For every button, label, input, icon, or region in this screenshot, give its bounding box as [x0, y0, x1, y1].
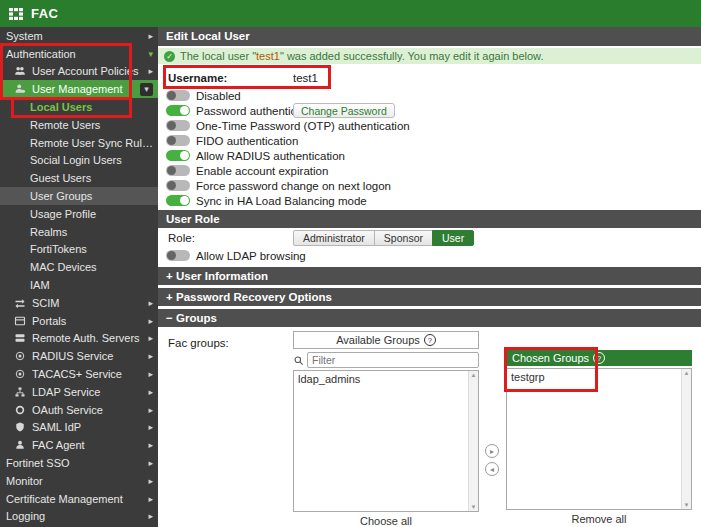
sidebar-item-user-groups[interactable]: User Groups: [0, 187, 158, 205]
toggle-enable-account-expiration[interactable]: [166, 165, 190, 176]
sidebar-item-radius-service[interactable]: RADIUS Service▸: [0, 347, 158, 365]
oauth-icon: [14, 404, 27, 416]
chevron-right-icon: ▸: [148, 316, 153, 326]
available-groups-list[interactable]: ldap_admins▲▼: [293, 370, 479, 512]
list-item[interactable]: ldap_admins: [294, 371, 478, 386]
sidebar-item-user-account-policies[interactable]: User Account Policies▸: [0, 63, 158, 81]
sidebar-item-fac-agent[interactable]: FAC Agent▸: [0, 436, 158, 454]
sidebar-item-guest-users[interactable]: Guest Users: [0, 169, 158, 187]
sidebar-item-realms[interactable]: Realms: [0, 223, 158, 241]
username-row: Username: test1: [158, 68, 701, 88]
sidebar-item-remote-auth-servers[interactable]: Remote Auth. Servers▸: [0, 330, 158, 348]
sidebar-item-label: LDAP Service: [32, 386, 148, 398]
sidebar-item-portals[interactable]: Portals▸: [0, 312, 158, 330]
sidebar-item-remote-user-sync-rules[interactable]: Remote User Sync Rules: [0, 134, 158, 152]
toggle-row-fido-authentication: FIDO authentication: [158, 133, 701, 148]
role-option-administrator[interactable]: Administrator: [293, 230, 375, 246]
exchange-icon: [14, 297, 27, 309]
toggle-disabled[interactable]: [166, 90, 190, 101]
move-right-button[interactable]: ▸: [485, 444, 499, 458]
sidebar-item-oauth-service[interactable]: OAuth Service▸: [0, 401, 158, 419]
sidebar-item-remote-users[interactable]: Remote Users: [0, 116, 158, 134]
chevron-right-icon: ▸: [148, 387, 153, 397]
chevron-right-icon: ▸: [148, 351, 153, 361]
scrollbar[interactable]: ▲▼: [468, 371, 478, 511]
toggle-row-force-password-change-on-next-logon: Force password change on next logon: [158, 178, 701, 193]
sidebar-item-iam[interactable]: IAM: [0, 276, 158, 294]
sidebar-item-logging[interactable]: Logging▸: [0, 508, 158, 526]
toggle-force-password-change-on-next-logon[interactable]: [166, 180, 190, 191]
ldap-toggle-holder: Allow LDAP browsing: [158, 248, 701, 263]
remove-all-link[interactable]: Remove all: [506, 513, 692, 525]
saml-icon: [14, 421, 27, 433]
sidebar-item-label: Social Login Users: [30, 154, 153, 166]
tacacs-icon: [14, 368, 27, 380]
sidebar-item-label: Monitor: [6, 475, 148, 487]
change-password-button[interactable]: Change Password: [293, 103, 395, 118]
toggle-fido-authentication[interactable]: [166, 135, 190, 146]
sidebar-item-saml-idp[interactable]: SAML IdP▸: [0, 419, 158, 437]
help-icon[interactable]: ?: [593, 352, 605, 364]
toggle-password-authentication[interactable]: [166, 105, 190, 116]
username-label: Username:: [168, 72, 293, 84]
move-left-button[interactable]: ◂: [485, 462, 499, 476]
sidebar-item-monitor[interactable]: Monitor▸: [0, 472, 158, 490]
toggle-allow-ldap-browsing[interactable]: [166, 250, 190, 261]
chosen-groups-panel: Chosen Groups ? testgrp▲▼ Remove all: [506, 350, 692, 525]
chevron-right-icon: ▸: [148, 422, 153, 432]
choose-all-link[interactable]: Choose all: [293, 515, 479, 527]
sidebar-item-ldap-service[interactable]: LDAP Service▸: [0, 383, 158, 401]
toggle-label: Sync in HA Load Balancing mode: [196, 195, 367, 207]
chevron-right-icon: ▸: [148, 31, 153, 41]
role-row: Role: AdministratorSponsorUser: [158, 228, 701, 248]
available-groups-header: Available Groups ?: [293, 331, 479, 349]
password-recovery-section-bar[interactable]: +Password Recovery Options: [158, 288, 701, 306]
sidebar-item-label: System: [6, 30, 148, 42]
toggle-allow-radius-authentication[interactable]: [166, 150, 190, 161]
filter-row: [293, 352, 479, 368]
sidebar-item-social-login-users[interactable]: Social Login Users: [0, 152, 158, 170]
sidebar-item-label: Remote Auth. Servers: [32, 332, 148, 344]
sidebar-item-certificate-management[interactable]: Certificate Management▸: [0, 490, 158, 508]
transfer-buttons: ▸ ◂: [485, 444, 499, 476]
help-icon[interactable]: ?: [424, 334, 436, 346]
window-icon: [14, 315, 27, 327]
sidebar-item-label: IAM: [30, 279, 153, 291]
sidebar-item-tacacs-service[interactable]: TACACS+ Service▸: [0, 365, 158, 383]
user-role-section-bar: User Role: [158, 210, 701, 228]
role-option-sponsor[interactable]: Sponsor: [374, 230, 433, 246]
main-content: Edit Local User ✓ The local user "test1"…: [158, 27, 701, 527]
groups-section-bar[interactable]: −Groups: [158, 309, 701, 327]
fac-groups-label: Fac groups:: [168, 337, 229, 349]
scrollbar[interactable]: ▲▼: [681, 369, 691, 509]
toggle-row-allow-ldap-browsing: Allow LDAP browsing: [158, 248, 701, 263]
toggle-one-time-password-otp-authentication[interactable]: [166, 120, 190, 131]
chevron-down-icon: ▾: [140, 83, 153, 96]
sidebar-item-authentication[interactable]: Authentication▾: [0, 45, 158, 63]
sidebar-item-fortinet-sso[interactable]: Fortinet SSO▸: [0, 454, 158, 472]
sidebar-item-local-users[interactable]: Local Users: [0, 98, 158, 116]
user-information-section-bar[interactable]: +User Information: [158, 267, 701, 285]
role-option-user[interactable]: User: [432, 230, 474, 246]
sidebar-item-user-management[interactable]: User Management▾: [0, 80, 158, 98]
users-icon: [14, 65, 27, 77]
sidebar-item-mac-devices[interactable]: MAC Devices: [0, 258, 158, 276]
toggle-label: Force password change on next logon: [196, 180, 391, 192]
sidebar-item-label: RADIUS Service: [32, 350, 148, 362]
chevron-right-icon: ▸: [148, 333, 153, 343]
filter-input[interactable]: [307, 352, 479, 368]
success-alert: ✓ The local user "test1" was added succe…: [158, 48, 701, 64]
sidebar-item-scim[interactable]: SCIM▸: [0, 294, 158, 312]
alert-username: test1: [256, 50, 280, 62]
toggle-sync-in-ha-load-balancing-mode[interactable]: [166, 195, 190, 206]
sidebar-item-label: Local Users: [30, 101, 153, 113]
sidebar-item-fortitokens[interactable]: FortiTokens: [0, 241, 158, 259]
sidebar-item-label: TACACS+ Service: [32, 368, 148, 380]
agent-icon: [14, 439, 27, 451]
chosen-groups-list[interactable]: testgrp▲▼: [506, 368, 692, 510]
username-value: test1: [293, 72, 318, 84]
chosen-groups-header: Chosen Groups ?: [506, 350, 692, 366]
sidebar-item-usage-profile[interactable]: Usage Profile: [0, 205, 158, 223]
sidebar-item-system[interactable]: System▸: [0, 27, 158, 45]
list-item[interactable]: testgrp: [507, 369, 691, 384]
